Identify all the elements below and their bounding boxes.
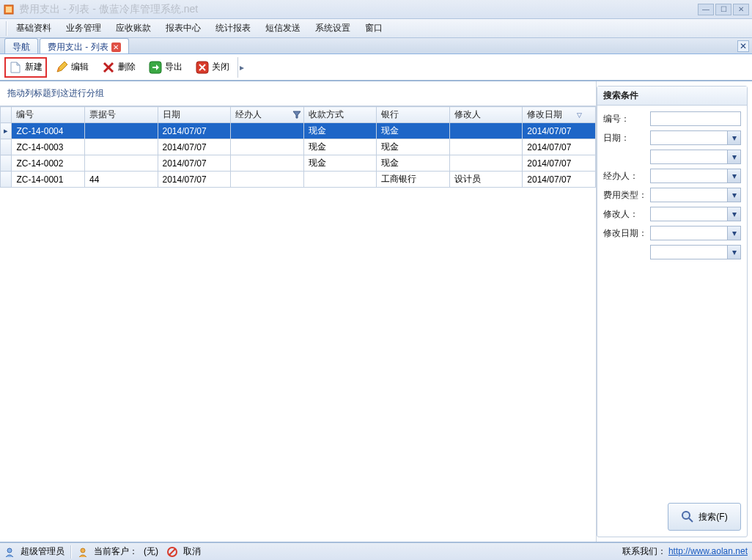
col-handler-label: 经办人 [235, 109, 262, 119]
cell-bank[interactable]: 现金 [377, 155, 450, 172]
chevron-down-icon[interactable]: ▾ [727, 169, 740, 183]
menu-receivable[interactable]: 应收账款 [108, 19, 158, 37]
col-modifier[interactable]: 修改人 [449, 107, 523, 123]
cell-modifyDate[interactable]: 2014/07/07 [523, 123, 596, 139]
search-no-label: 编号： [603, 113, 647, 125]
group-by-hint[interactable]: 拖动列标题到这进行分组 [0, 81, 596, 106]
chevron-down-icon[interactable]: ▾ [727, 150, 740, 163]
search-handler-combo[interactable]: ▾ [650, 169, 741, 183]
search-date-from-combo[interactable]: ▾ [650, 130, 741, 145]
search-modifier-label: 修改人： [603, 208, 647, 221]
close-button[interactable]: 关闭 [191, 57, 235, 78]
col-date[interactable]: 日期 [158, 107, 231, 123]
cell-modifyDate[interactable]: 2014/07/07 [523, 172, 596, 188]
search-type-combo[interactable]: ▾ [650, 188, 741, 202]
cell-handler[interactable] [231, 123, 304, 139]
status-contact: 联系我们： http://www.aolan.net [622, 545, 748, 558]
col-handler[interactable]: 经办人 [231, 107, 304, 123]
menu-sms[interactable]: 短信发送 [258, 19, 308, 37]
cell-no[interactable]: ZC-14-0001 [12, 172, 85, 188]
statusbar: 超级管理员 当前客户： (无) 取消 联系我们： http://www.aola… [0, 542, 752, 560]
cell-no[interactable]: ZC-14-0003 [12, 139, 85, 155]
search-handler-label: 经办人： [603, 170, 647, 183]
menu-report-center[interactable]: 报表中心 [158, 19, 208, 37]
tab-nav[interactable]: 导航 [4, 38, 38, 54]
filter-icon[interactable] [292, 110, 301, 119]
cell-payment[interactable]: 现金 [303, 139, 377, 155]
contact-link[interactable]: http://www.aolan.net [668, 546, 748, 556]
toolbar-overflow-button[interactable]: ▸ [237, 57, 245, 78]
search-modifydate-to-combo[interactable]: ▾ [650, 245, 741, 259]
cell-date[interactable]: 2014/07/07 [158, 123, 231, 139]
cell-ticket[interactable] [84, 123, 158, 139]
edit-button[interactable]: 编辑 [50, 57, 94, 78]
search-modifydate-from-combo[interactable]: ▾ [650, 226, 741, 240]
menu-window[interactable]: 窗口 [358, 19, 390, 37]
cell-modifier[interactable] [449, 139, 523, 155]
status-client-value: (无) [144, 545, 158, 558]
menu-business[interactable]: 业务管理 [59, 19, 108, 37]
col-no[interactable]: 编号 [12, 107, 85, 123]
col-modify-date-label: 修改日期 [527, 109, 562, 119]
search-button-label: 搜索(F) [698, 511, 727, 523]
col-modify-date[interactable]: 修改日期 ▽ [523, 107, 596, 123]
cell-date[interactable]: 2014/07/07 [158, 139, 231, 155]
export-icon [149, 61, 162, 74]
search-date-to-combo[interactable]: ▾ [650, 150, 741, 164]
chevron-down-icon[interactable]: ▾ [727, 207, 740, 221]
cell-payment[interactable] [303, 172, 377, 188]
cell-modifyDate[interactable]: 2014/07/07 [523, 155, 596, 172]
menu-stat-report[interactable]: 统计报表 [208, 19, 258, 37]
search-fields: 编号： 日期： ▾ ▾ 经办人： ▾ 费用类型： ▾ 修改人： ▾ 修改日期： … [597, 106, 747, 265]
table-row[interactable]: ▸ZC-14-00042014/07/07现金现金2014/07/07 [1, 123, 596, 139]
cell-date[interactable]: 2014/07/07 [158, 172, 231, 188]
cell-no[interactable]: ZC-14-0004 [12, 123, 85, 139]
new-file-icon [9, 61, 22, 74]
tabstrip-close-button[interactable]: ✕ [737, 40, 749, 52]
export-button-label: 导出 [165, 61, 183, 73]
cell-bank[interactable]: 现金 [377, 139, 450, 155]
cell-date[interactable]: 2014/07/07 [158, 155, 231, 172]
col-payment[interactable]: 收款方式 [303, 107, 377, 123]
cell-payment[interactable]: 现金 [303, 155, 377, 172]
cell-bank[interactable]: 工商银行 [377, 172, 450, 188]
search-button[interactable]: 搜索(F) [668, 503, 741, 531]
data-grid[interactable]: 编号 票据号 日期 经办人 收款方式 银行 修改人 修改日期 ▽ [0, 106, 596, 188]
user-icon [4, 547, 15, 557]
col-ticket[interactable]: 票据号 [84, 107, 158, 123]
chevron-down-icon[interactable]: ▾ [727, 188, 740, 202]
cell-ticket[interactable] [84, 139, 158, 155]
cell-handler[interactable] [231, 155, 304, 172]
search-modifier-combo[interactable]: ▾ [650, 207, 741, 221]
cell-bank[interactable]: 现金 [377, 123, 450, 139]
cell-ticket[interactable] [84, 155, 158, 172]
maximize-button[interactable]: ☐ [715, 4, 731, 15]
chevron-down-icon[interactable]: ▾ [727, 226, 740, 240]
cell-modifyDate[interactable]: 2014/07/07 [523, 139, 596, 155]
cell-no[interactable]: ZC-14-0002 [12, 155, 85, 172]
cell-handler[interactable] [231, 139, 304, 155]
close-window-button[interactable]: ✕ [733, 4, 749, 15]
table-row[interactable]: ZC-14-0001442014/07/07工商银行设计员2014/07/07 [1, 172, 596, 188]
search-no-input[interactable] [650, 111, 741, 126]
menu-basic-data[interactable]: 基础资料 [9, 19, 59, 37]
table-row[interactable]: ZC-14-00032014/07/07现金现金2014/07/07 [1, 139, 596, 155]
cell-payment[interactable]: 现金 [303, 123, 377, 139]
col-bank[interactable]: 银行 [377, 107, 450, 123]
chevron-down-icon[interactable]: ▾ [727, 131, 740, 144]
cell-modifier[interactable] [449, 123, 523, 139]
new-button[interactable]: 新建 [4, 57, 47, 78]
minimize-button[interactable]: — [698, 4, 714, 15]
close-icon[interactable]: ✕ [111, 43, 121, 52]
tab-expense-list[interactable]: 费用支出 - 列表 ✕ [40, 38, 129, 54]
status-cancel[interactable]: 取消 [183, 545, 201, 558]
table-row[interactable]: ZC-14-00022014/07/07现金现金2014/07/07 [1, 155, 596, 172]
delete-button[interactable]: 删除 [97, 57, 141, 78]
cell-modifier[interactable]: 设计员 [449, 172, 523, 188]
cell-handler[interactable] [231, 172, 304, 188]
cell-ticket[interactable]: 44 [84, 172, 158, 188]
chevron-down-icon[interactable]: ▾ [727, 246, 740, 259]
export-button[interactable]: 导出 [144, 57, 188, 78]
menu-system-settings[interactable]: 系统设置 [308, 19, 358, 37]
cell-modifier[interactable] [449, 155, 523, 172]
